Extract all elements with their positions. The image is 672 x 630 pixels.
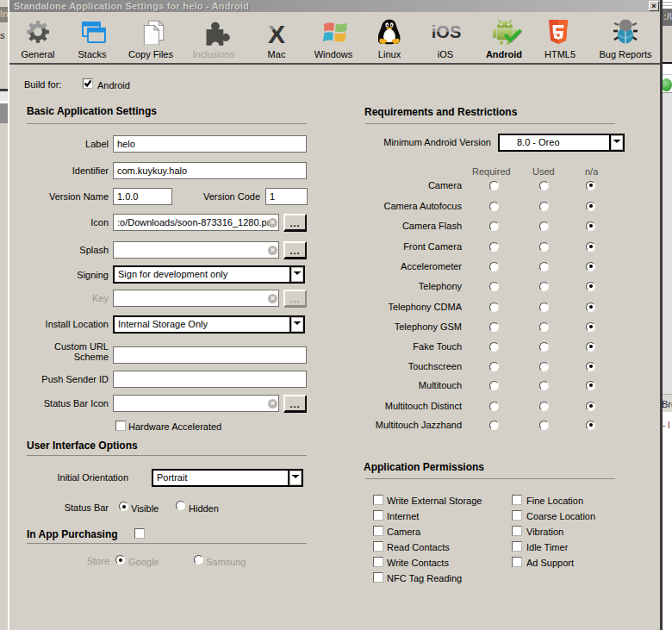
svg-text:iOS: iOS: [432, 22, 461, 41]
svg-text:X: X: [268, 20, 285, 44]
